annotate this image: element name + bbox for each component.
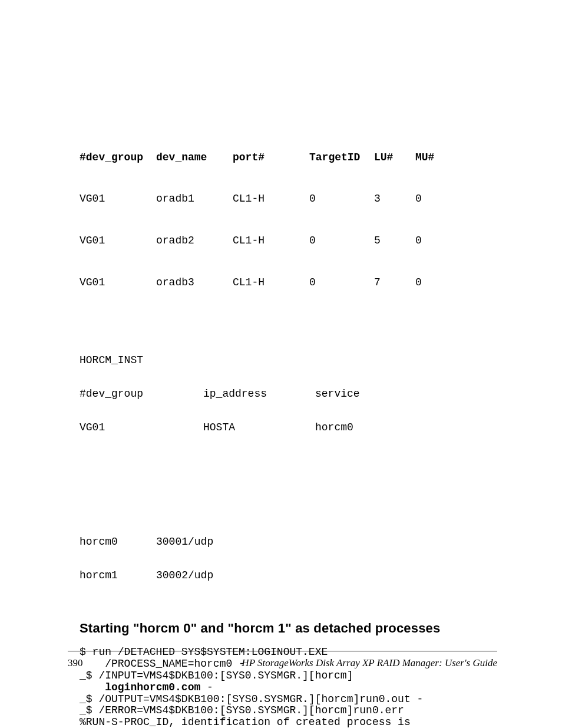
horcm-inst-block: HORCM_INST #dev_group ip_address service… — [80, 332, 497, 455]
cell-dev-name: oradb1 — [156, 193, 233, 205]
code-line: %RUN-S-PROC_ID, identification of create… — [80, 716, 411, 728]
code-line — [80, 681, 105, 693]
col-mu: MU# — [415, 152, 445, 163]
code-bold-loginhorcm0: loginhorcm0.com — [105, 681, 200, 693]
inst-cell-ip: HOSTA — [203, 422, 315, 433]
code-line: - — [200, 681, 213, 693]
cell-target-id: 0 — [309, 235, 374, 246]
cell-target-id: 0 — [309, 277, 374, 288]
col-dev-name: dev_name — [156, 152, 233, 163]
cell-mu: 0 — [415, 277, 445, 288]
port-cell-port: 30002/udp — [156, 570, 244, 581]
code-line: _$ /OUTPUT=VMS4$DKB100:[SYS0.SYSMGR.][ho… — [80, 693, 423, 705]
cell-dev-group: VG01 — [80, 193, 156, 205]
device-table-header: #dev_group dev_name port# TargetID LU# M… — [80, 152, 497, 163]
cell-dev-group: VG01 — [80, 277, 156, 288]
cell-dev-name: oradb2 — [156, 235, 233, 246]
col-target-id: TargetID — [309, 152, 374, 163]
cell-port: CL1-H — [233, 235, 309, 246]
inst-cell-dev-group: VG01 — [80, 422, 203, 433]
device-table: #dev_group dev_name port# TargetID LU# M… — [80, 130, 497, 318]
port-cell-port: 30001/udp — [156, 536, 244, 548]
doc-title: HP StorageWorks Disk Array XP RAID Manag… — [242, 657, 497, 669]
cell-port: CL1-H — [233, 193, 309, 205]
cell-lu: 7 — [374, 277, 415, 288]
inst-col-ip: ip_address — [203, 388, 315, 400]
port-listing: horcm0 30001/udp horcm1 30002/udp — [80, 514, 497, 603]
cell-port: CL1-H — [233, 277, 309, 288]
cell-dev-name: oradb3 — [156, 277, 233, 288]
page-footer: 390 HP StorageWorks Disk Array XP RAID M… — [68, 651, 497, 669]
col-port: port# — [233, 152, 309, 163]
port-cell-name: horcm1 — [80, 570, 156, 581]
col-lu: LU# — [374, 152, 415, 163]
horcm-inst-title: HORCM_INST — [80, 355, 497, 366]
port-cell-name: horcm0 — [80, 536, 156, 548]
port-row: horcm0 30001/udp — [80, 536, 497, 548]
cell-lu: 5 — [374, 235, 415, 246]
cell-lu: 3 — [374, 193, 415, 205]
code-line: _$ /ERROR=VMS4$DKB100:[SYS0.SYSMGR.][hor… — [80, 704, 404, 716]
cell-mu: 0 — [415, 235, 445, 246]
inst-col-service: service — [315, 388, 386, 400]
code-line: _$ /INPUT=VMS4$DKB100:[SYS0.SYSMGR.][hor… — [80, 670, 353, 681]
cell-dev-group: VG01 — [80, 235, 156, 246]
horcm-inst-header: #dev_group ip_address service — [80, 388, 497, 400]
cell-target-id: 0 — [309, 193, 374, 205]
port-row: horcm1 30002/udp — [80, 570, 497, 581]
section-heading: Starting "horcm 0" and "horcm 1" as deta… — [80, 621, 497, 636]
inst-cell-service: horcm0 — [315, 422, 386, 433]
horcm-inst-row: VG01 HOSTA horcm0 — [80, 422, 497, 433]
table-row: VG01 oradb2 CL1-H 0 5 0 — [80, 235, 497, 246]
cell-mu: 0 — [415, 193, 445, 205]
table-row: VG01 oradb1 CL1-H 0 3 0 — [80, 193, 497, 205]
page-number: 390 — [68, 657, 83, 669]
table-row: VG01 oradb3 CL1-H 0 7 0 — [80, 277, 497, 288]
inst-col-dev-group: #dev_group — [80, 388, 203, 400]
col-dev-group: #dev_group — [80, 152, 156, 163]
